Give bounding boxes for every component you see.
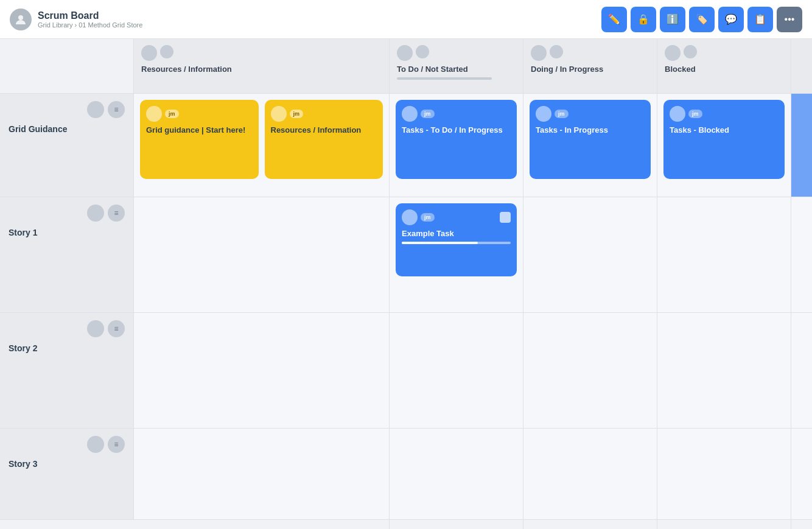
col-title-blocked: Blocked: [665, 65, 783, 74]
col-header-icons: [141, 45, 382, 61]
header-left: Scrum Board Grid Library › 01 Method Gri…: [10, 9, 142, 30]
card-grid-guidance[interactable]: jm Grid guidance | Start here!: [140, 100, 259, 179]
col-header-icons: [397, 45, 516, 61]
tag-button[interactable]: 🏷️: [689, 7, 715, 32]
cell-extra-story2: [791, 313, 812, 429]
row-menu-icon[interactable]: ≡: [108, 205, 125, 222]
cell-resources-grid-guidance: jm Grid guidance | Start here! jm Resour…: [134, 94, 389, 197]
lock-button[interactable]: 🔒: [631, 7, 656, 32]
col-header-doing: Doing / In Progress: [523, 39, 657, 94]
column-extra: [791, 39, 812, 529]
card-tasks-blocked[interactable]: jm Tasks - Blocked: [663, 100, 785, 179]
header: Scrum Board Grid Library › 01 Method Gri…: [0, 0, 812, 39]
card-title: Grid guidance | Start here!: [146, 125, 253, 135]
row-labels: ≡ Grid Guidance ≡ Story 1 ≡ Story 2 ≡: [0, 39, 134, 529]
cell-doing-grid-guidance: jm Tasks - In Progress: [523, 94, 657, 197]
column-resources: Resources / Information jm Grid guidance…: [134, 39, 390, 529]
col-avatar: [665, 45, 681, 61]
row-avatar: [87, 101, 104, 118]
row-avatar: [87, 320, 104, 337]
row-label-name: Story 2: [9, 343, 125, 353]
col-title-resources: Resources / Information: [141, 65, 382, 74]
card-header: jm: [402, 209, 511, 225]
col-avatar: [397, 45, 413, 61]
col-avatar-sm: [550, 45, 563, 58]
header-actions: ✏️ 🔒 ℹ️ 🏷️ 💬 📋 •••: [601, 7, 802, 32]
column-doing: Doing / In Progress jm Tasks - In Progre…: [523, 39, 657, 529]
row-label-name: Story 3: [9, 459, 125, 469]
row-label-story3: ≡ Story 3: [0, 429, 134, 520]
column-blocked: Blocked jm Tasks - Blocked: [657, 39, 791, 529]
card-avatar: [536, 106, 551, 122]
row-menu-icon[interactable]: ≡: [108, 320, 125, 337]
card-title: Example Task: [402, 229, 511, 238]
user-avatar: [10, 9, 32, 30]
card-example-task[interactable]: jm Example Task: [396, 203, 517, 276]
col-header-icons: [665, 45, 783, 61]
card-avatar: [271, 106, 287, 122]
card-header: jm: [536, 106, 645, 122]
col-header-icons: [531, 45, 649, 61]
card-checkbox[interactable]: [500, 212, 511, 223]
cell-doing-story1: [523, 197, 657, 313]
card-title: Resources / Information: [271, 125, 377, 135]
col-avatar-sm: [416, 45, 429, 58]
cell-blocked-grid-guidance: jm Tasks - Blocked: [657, 94, 791, 197]
title-block: Scrum Board Grid Library › 01 Method Gri…: [38, 10, 142, 29]
cell-blocked-story1: [657, 197, 791, 313]
cell-todo-story2: [390, 313, 523, 429]
cell-todo-story1: jm Example Task: [390, 197, 523, 313]
card-avatar: [402, 209, 418, 225]
card-title: Tasks - In Progress: [536, 125, 645, 135]
row-icons: ≡: [9, 205, 125, 222]
cell-todo-story3: [390, 429, 523, 520]
cell-extra-guidance: [791, 94, 812, 197]
card-badge: jm: [290, 110, 304, 118]
row-label-grid-guidance: ≡ Grid Guidance: [0, 94, 134, 197]
card-avatar: [670, 106, 685, 122]
row-label-story1: ≡ Story 1: [0, 197, 134, 313]
clipboard-button[interactable]: 📋: [747, 7, 773, 32]
col-header-todo: To Do / Not Started: [390, 39, 523, 94]
card-tasks-in-progress[interactable]: jm Tasks - In Progress: [530, 100, 651, 179]
card-title: Tasks - To Do / In Progress: [402, 125, 511, 135]
edit-button[interactable]: ✏️: [601, 7, 627, 32]
cell-extra-story3: [791, 429, 812, 520]
card-avatar: [402, 106, 418, 122]
col-header-blocked: Blocked: [657, 39, 791, 94]
row-icons: ≡: [9, 101, 125, 118]
cell-doing-story2: [523, 313, 657, 429]
card-title: Tasks - Blocked: [670, 125, 779, 135]
more-button[interactable]: •••: [777, 7, 802, 32]
card-avatar: [146, 106, 162, 122]
card-badge: jm: [421, 110, 435, 118]
breadcrumb: Grid Library › 01 Method Grid Store: [38, 21, 142, 29]
card-header: jm: [670, 106, 779, 122]
row-label-name: Grid Guidance: [9, 124, 125, 134]
app-title: Scrum Board: [38, 10, 142, 21]
row-menu-icon[interactable]: ≡: [108, 101, 125, 118]
info-button[interactable]: ℹ️: [660, 7, 685, 32]
row-avatar: [87, 205, 104, 222]
cell-resources-story2: [134, 313, 389, 429]
card-header: jm: [146, 106, 253, 122]
row-label-header: [0, 39, 134, 94]
card-badge: jm: [421, 213, 435, 222]
row-menu-icon[interactable]: ≡: [108, 436, 125, 453]
col-header-extra: [791, 39, 812, 94]
card-progress: [402, 242, 511, 244]
card-badge: jm: [165, 110, 179, 118]
row-icons: ≡: [9, 436, 125, 453]
col-progress-bar: [397, 77, 492, 80]
col-title-doing: Doing / In Progress: [531, 65, 649, 74]
cell-doing-story3: [523, 429, 657, 520]
card-header: jm: [402, 106, 511, 122]
card-badge: jm: [688, 110, 702, 118]
card-resources-info[interactable]: jm Resources / Information: [265, 100, 383, 179]
cell-todo-grid-guidance: jm Tasks - To Do / In Progress: [390, 94, 523, 197]
col-title-todo: To Do / Not Started: [397, 65, 516, 74]
col-avatar-sm: [160, 45, 173, 58]
row-icons: ≡: [9, 320, 125, 337]
comment-button[interactable]: 💬: [718, 7, 744, 32]
card-tasks-todo[interactable]: jm Tasks - To Do / In Progress: [396, 100, 517, 179]
